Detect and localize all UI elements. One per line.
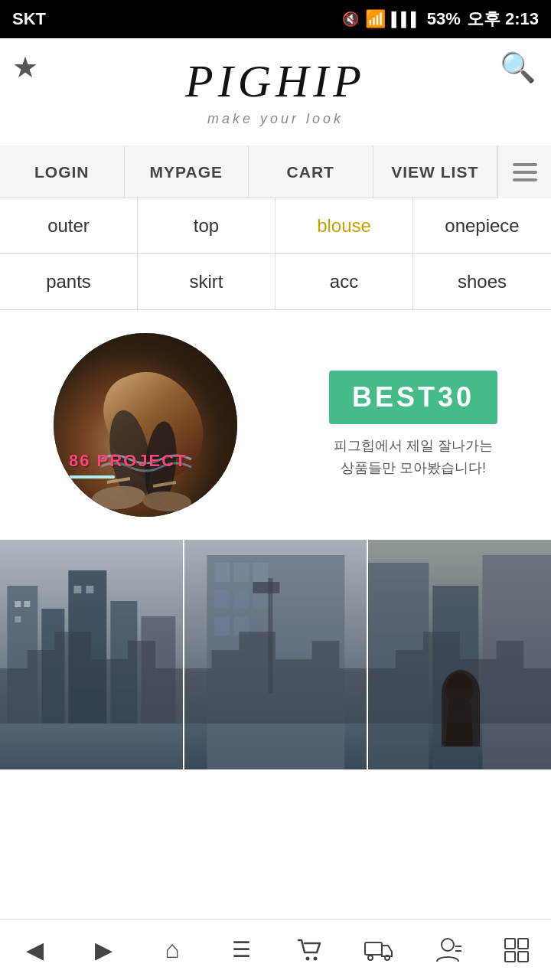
project-label: 86 PROJECT: [69, 451, 187, 471]
category-top[interactable]: top: [138, 198, 276, 254]
nav-profile-button[interactable]: [417, 927, 478, 973]
status-right: 🔇 📶 ▌▌▌ 53% 오후 2:13: [342, 8, 539, 31]
logo: PIGHIP: [0, 54, 551, 108]
nav-forward-button[interactable]: ▶: [73, 927, 134, 973]
svg-rect-23: [214, 590, 230, 609]
svg-rect-13: [15, 601, 21, 607]
svg-rect-33: [483, 555, 551, 769]
nav-delivery-button[interactable]: [348, 927, 409, 973]
svg-rect-16: [73, 586, 81, 593]
svg-rect-8: [7, 586, 37, 724]
svg-point-36: [314, 956, 318, 960]
svg-point-39: [385, 956, 390, 960]
nav-back-button[interactable]: ◀: [4, 927, 65, 973]
best30-description: 피그힙에서 제일 잘나가는상품들만 모아봤습니다!: [334, 435, 493, 479]
search-icon[interactable]: 🔍: [500, 51, 536, 84]
svg-rect-27: [233, 616, 249, 635]
category-skirt[interactable]: skirt: [138, 254, 276, 309]
category-onepiece[interactable]: onepiece: [413, 198, 551, 254]
svg-rect-28: [268, 578, 272, 693]
status-bar: SKT 🔇 📶 ▌▌▌ 53% 오후 2:13: [0, 0, 551, 38]
header: ★ PIGHIP make your look 🔍: [0, 38, 551, 146]
photo-panel-3[interactable]: [368, 540, 551, 769]
nav-grid-button[interactable]: [486, 927, 547, 973]
svg-rect-21: [233, 563, 249, 582]
svg-rect-15: [15, 616, 21, 622]
category-grid: outer top blouse onepiece pants skirt ac…: [0, 198, 551, 310]
svg-point-40: [442, 939, 454, 951]
svg-rect-22: [253, 563, 268, 582]
svg-rect-12: [141, 616, 175, 724]
hamburger-button[interactable]: [497, 146, 551, 198]
best30-section[interactable]: BEST30 피그힙에서 제일 잘나가는상품들만 모아봤습니다!: [329, 371, 497, 479]
category-outer[interactable]: outer: [0, 198, 138, 254]
progress-bar: [69, 475, 115, 479]
banner-section: 86 PROJECT BEST30 피그힙에서 제일 잘나가는상품들만 모아봤습…: [0, 310, 551, 540]
photo-panel-1[interactable]: [0, 540, 183, 769]
svg-rect-31: [368, 563, 429, 769]
svg-rect-14: [24, 601, 30, 607]
svg-point-35: [306, 956, 310, 960]
photo-panel-2[interactable]: [183, 540, 369, 769]
svg-rect-43: [505, 939, 515, 949]
category-blouse[interactable]: blouse: [276, 198, 413, 254]
project-label-area: 86 PROJECT: [69, 451, 187, 479]
nav-login[interactable]: LOGIN: [0, 146, 125, 198]
nav-home-button[interactable]: ⌂: [142, 927, 203, 973]
best30-badge[interactable]: BEST30: [329, 371, 497, 424]
svg-rect-32: [433, 586, 479, 769]
svg-rect-11: [110, 601, 137, 724]
bottom-nav: ◀ ▶ ⌂ ☰: [0, 919, 551, 980]
category-shoes[interactable]: shoes: [413, 254, 551, 309]
circle-banner-image: [54, 333, 237, 517]
carrier-text: SKT: [12, 9, 46, 29]
photo-strip: [0, 540, 551, 769]
signal-icon: ▌▌▌: [392, 11, 421, 28]
svg-rect-29: [253, 582, 279, 593]
svg-rect-17: [86, 586, 93, 593]
bookmark-icon[interactable]: ★: [12, 51, 38, 84]
status-carrier: SKT: [12, 9, 46, 29]
svg-rect-44: [518, 939, 528, 949]
svg-rect-20: [214, 563, 230, 582]
svg-point-34: [446, 672, 474, 706]
mute-icon: 🔇: [342, 11, 359, 28]
svg-rect-45: [505, 952, 515, 962]
svg-point-38: [368, 956, 373, 960]
svg-rect-26: [214, 616, 230, 635]
nav-cart-button[interactable]: [279, 927, 341, 973]
nav-list-button[interactable]: ☰: [210, 927, 272, 973]
svg-rect-9: [41, 609, 64, 724]
svg-rect-46: [518, 952, 528, 962]
circle-banner[interactable]: 86 PROJECT: [54, 333, 237, 517]
tagline: make your look: [0, 111, 551, 138]
nav-cart[interactable]: CART: [249, 146, 373, 198]
hamburger-icon: [513, 163, 537, 181]
nav-mypage[interactable]: MYPAGE: [125, 146, 249, 198]
battery-text: 53%: [427, 9, 461, 29]
category-pants[interactable]: pants: [0, 254, 138, 309]
svg-rect-37: [365, 942, 382, 955]
time-text: 오후 2:13: [467, 8, 539, 31]
nav-bar: LOGIN MYPAGE CART VIEW LIST: [0, 146, 551, 198]
wifi-icon: 📶: [365, 9, 386, 29]
svg-rect-24: [233, 590, 249, 609]
category-acc[interactable]: acc: [276, 254, 413, 309]
nav-viewlist[interactable]: VIEW LIST: [373, 146, 498, 198]
